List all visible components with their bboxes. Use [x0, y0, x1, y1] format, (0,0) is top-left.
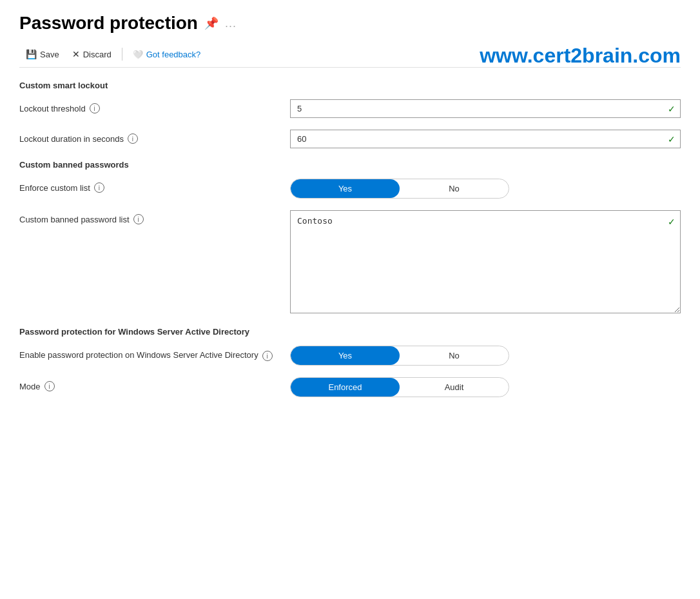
- section-password-protection-windows: Password protection for Windows Server A…: [19, 327, 681, 337]
- custom-banned-password-list-textarea[interactable]: Contoso: [290, 210, 681, 313]
- lockout-duration-info-icon[interactable]: i: [128, 133, 138, 144]
- toolbar: 💾 Save ✕ Discard 🤍 Got feedback?: [19, 41, 681, 68]
- discard-label: Discard: [83, 50, 112, 59]
- enforce-custom-list-info-icon[interactable]: i: [94, 182, 104, 193]
- mode-enforced-button[interactable]: Enforced: [291, 378, 400, 397]
- lockout-threshold-input[interactable]: [290, 99, 681, 118]
- enable-password-protection-row: Enable password protection on Windows Se…: [19, 346, 681, 366]
- lockout-threshold-info-icon[interactable]: i: [90, 103, 100, 113]
- lockout-duration-row: Lockout duration in seconds i ✓: [19, 130, 681, 148]
- enforce-custom-list-toggle: Yes No: [290, 179, 509, 199]
- discard-button[interactable]: ✕ Discard: [66, 46, 118, 62]
- mode-label: Mode i: [19, 377, 290, 391]
- custom-banned-password-list-check-icon: ✓: [668, 217, 676, 227]
- enforce-custom-list-label: Enforce custom list i: [19, 179, 290, 193]
- enable-password-protection-label: Enable password protection on Windows Se…: [19, 346, 290, 361]
- pin-icon[interactable]: 📌: [204, 16, 219, 30]
- page-title: Password protection: [19, 13, 198, 34]
- lockout-threshold-input-wrapper: ✓: [290, 99, 681, 118]
- enable-protection-no-button[interactable]: No: [400, 346, 509, 365]
- custom-banned-password-list-info-icon[interactable]: i: [133, 214, 144, 224]
- enforce-custom-list-no-button[interactable]: No: [400, 179, 509, 198]
- lockout-threshold-control: ✓: [290, 99, 681, 118]
- section-custom-smart-lockout: Custom smart lockout: [19, 81, 681, 90]
- save-icon: 💾: [26, 49, 37, 59]
- toolbar-divider: [122, 48, 122, 61]
- discard-icon: ✕: [72, 49, 80, 59]
- enforce-custom-list-row: Enforce custom list i Yes No: [19, 179, 681, 199]
- mode-control: Enforced Audit: [290, 377, 681, 397]
- more-options-icon[interactable]: ...: [225, 17, 237, 30]
- enforce-custom-list-control: Yes No: [290, 179, 681, 199]
- section-custom-banned-passwords: Custom banned passwords: [19, 160, 681, 170]
- feedback-button[interactable]: 🤍 Got feedback?: [126, 47, 208, 62]
- save-button[interactable]: 💾 Save: [19, 46, 66, 62]
- lockout-threshold-check-icon: ✓: [668, 104, 676, 114]
- lockout-duration-control: ✓: [290, 130, 681, 148]
- heart-icon: 🤍: [133, 50, 143, 59]
- lockout-duration-input-wrapper: ✓: [290, 130, 681, 148]
- custom-banned-password-list-control: Contoso ✓: [290, 210, 681, 315]
- enable-protection-yes-button[interactable]: Yes: [291, 346, 400, 365]
- enable-password-protection-control: Yes No: [290, 346, 681, 366]
- lockout-threshold-row: Lockout threshold i ✓: [19, 99, 681, 118]
- mode-row: Mode i Enforced Audit: [19, 377, 681, 397]
- custom-banned-password-list-label: Custom banned password list i: [19, 210, 290, 224]
- mode-audit-button[interactable]: Audit: [400, 378, 509, 397]
- mode-info-icon[interactable]: i: [44, 381, 55, 391]
- lockout-threshold-label: Lockout threshold i: [19, 99, 290, 113]
- save-label: Save: [40, 50, 59, 59]
- mode-toggle: Enforced Audit: [290, 377, 509, 397]
- enable-password-protection-info-icon[interactable]: i: [262, 351, 273, 361]
- custom-banned-password-list-wrapper: Contoso ✓: [290, 210, 681, 315]
- page-header: Password protection 📌 ...: [19, 13, 681, 34]
- enable-password-protection-toggle: Yes No: [290, 346, 509, 366]
- custom-banned-password-list-row: Custom banned password list i Contoso ✓: [19, 210, 681, 315]
- enforce-custom-list-yes-button[interactable]: Yes: [291, 179, 400, 198]
- lockout-duration-label: Lockout duration in seconds i: [19, 130, 290, 144]
- lockout-duration-check-icon: ✓: [668, 134, 676, 144]
- lockout-duration-input[interactable]: [290, 130, 681, 148]
- page-container: www.cert2brain.com Password protection 📌…: [0, 0, 700, 422]
- feedback-label: Got feedback?: [146, 50, 201, 59]
